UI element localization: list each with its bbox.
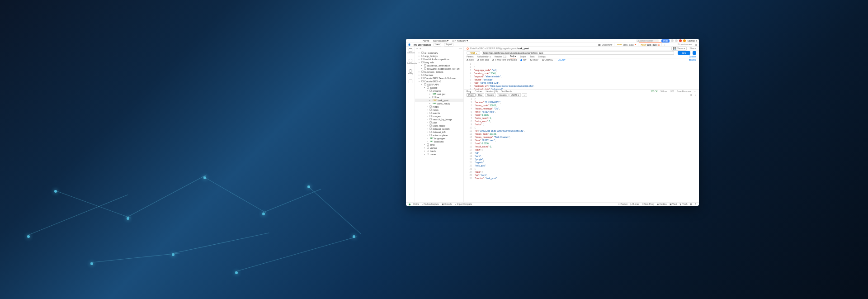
tree-folder[interactable]: ▸ dataset_search bbox=[415, 127, 463, 130]
tree-folder[interactable]: ▸ bing bbox=[415, 143, 463, 146]
breadcrumb-item[interactable]: DataForSEO v3 bbox=[470, 47, 488, 50]
overview-tab[interactable]: ▦ Overview bbox=[596, 43, 614, 47]
settings-icon[interactable] bbox=[671, 39, 674, 42]
find-replace-button[interactable]: ⌕ Find and replace bbox=[422, 203, 439, 205]
tree-folder[interactable]: ▸ images bbox=[415, 114, 463, 118]
save-response-button[interactable]: Save Response bbox=[677, 90, 691, 93]
rail-collections[interactable]: Collections bbox=[407, 48, 414, 54]
resp-tab-headers[interactable]: Headers (16) bbox=[486, 90, 498, 93]
tree-folder[interactable]: ▸ ai_summary bbox=[415, 51, 463, 54]
vault-button[interactable]: ▣ Vault bbox=[670, 203, 677, 205]
tree-folder[interactable]: ▸ dataset_info bbox=[415, 130, 463, 133]
postbot-button[interactable]: ✦ Postbot bbox=[618, 203, 627, 205]
tree-folder[interactable]: ▸ business_listings bbox=[415, 70, 463, 73]
tree-folder[interactable]: ▾ google bbox=[415, 86, 463, 89]
rail-more[interactable] bbox=[407, 80, 414, 84]
search-input[interactable]: ⌕ Search Postman bbox=[636, 39, 659, 42]
layout-icon[interactable]: ▦ bbox=[690, 203, 692, 205]
tab-options[interactable]: ⋯ bbox=[668, 43, 673, 47]
console-button[interactable]: ▣ Console bbox=[442, 203, 452, 205]
workspace-name[interactable]: My Workspace bbox=[414, 43, 431, 46]
tree-request[interactable]: ▸POST task_post bbox=[415, 99, 463, 102]
view-visualize[interactable]: Visualize bbox=[497, 93, 509, 97]
tree-folder[interactable]: ▸ maps bbox=[415, 105, 463, 108]
new-tab-button[interactable]: + bbox=[663, 43, 667, 47]
cookies-button[interactable]: ◉ Cookies bbox=[657, 203, 667, 205]
radio-graphql[interactable]: GraphQL bbox=[542, 59, 553, 61]
breadcrumb-item[interactable]: SERP API bbox=[488, 47, 500, 50]
more-icon[interactable]: ⋯ bbox=[459, 47, 462, 50]
avatar[interactable] bbox=[679, 39, 682, 42]
share-button[interactable]: Share bbox=[689, 47, 696, 50]
send-options-button[interactable] bbox=[693, 51, 696, 55]
new-button[interactable]: New bbox=[434, 43, 441, 47]
radio-formdata[interactable]: form-data bbox=[477, 59, 489, 61]
tree-folder[interactable]: ▸ audience_estimation bbox=[415, 64, 463, 67]
env-quick-look-icon[interactable]: ◉ bbox=[695, 43, 697, 46]
tree-folder[interactable]: ▸ baidu bbox=[415, 149, 463, 152]
cookies-link[interactable]: Cookies bbox=[689, 56, 696, 58]
proxy-button[interactable]: ⟳ Start Proxy bbox=[642, 203, 655, 205]
breadcrumb-item[interactable]: google bbox=[500, 47, 508, 50]
view-pretty[interactable]: Pretty bbox=[467, 93, 476, 97]
request-tab[interactable]: POST task_post bbox=[615, 43, 638, 47]
view-preview[interactable]: Preview bbox=[485, 93, 496, 97]
nav-home[interactable]: Home bbox=[423, 39, 429, 42]
radio-none[interactable]: none bbox=[467, 59, 474, 61]
tree-folder[interactable]: ▸ backlinks&competitors bbox=[415, 57, 463, 61]
search-icon[interactable]: ⌕ bbox=[695, 94, 696, 96]
help-icon[interactable]: ? bbox=[695, 203, 696, 205]
wrap-icon[interactable]: ⤶ bbox=[522, 93, 527, 97]
send-button[interactable]: Send bbox=[678, 51, 690, 55]
rail-history[interactable]: History bbox=[407, 69, 414, 75]
tree-folder[interactable]: ▸ autocomplete bbox=[415, 133, 463, 137]
request-body-editor[interactable]: 1[2 {3 "language_code": "en",4 "location… bbox=[464, 62, 699, 90]
runner-button[interactable]: ▷ Runner bbox=[630, 203, 639, 205]
tab-scripts[interactable]: Scripts bbox=[520, 56, 526, 58]
tree-folder[interactable]: ▸ news bbox=[415, 108, 463, 111]
resp-tab-body[interactable]: Body bbox=[467, 90, 471, 93]
request-tab[interactable]: POST task_post bbox=[639, 43, 662, 47]
filter-icon[interactable]: ≡ bbox=[420, 47, 421, 50]
url-input[interactable]: https://api.dataforseo.com/v3/serp/googl… bbox=[482, 51, 674, 55]
tree-request[interactable]: ▸GET task get bbox=[415, 92, 463, 95]
nav-workspaces[interactable]: Workspaces ▾ bbox=[433, 39, 449, 42]
tree-request[interactable]: ▸GET languages bbox=[415, 137, 463, 140]
tree-folder[interactable]: ▸ yahoo bbox=[415, 146, 463, 149]
tree-folder[interactable]: ▾ DataforSEO v3 bbox=[415, 80, 463, 83]
copy-icon[interactable]: ⧉ bbox=[690, 94, 692, 97]
nav-api-network[interactable]: API Network ▾ bbox=[452, 39, 468, 42]
resp-tab-tests[interactable]: Test Results bbox=[501, 90, 513, 93]
tab-tests[interactable]: Tests bbox=[530, 56, 535, 58]
tab-headers[interactable]: Headers (11) bbox=[495, 56, 506, 58]
breadcrumb-item[interactable]: organic bbox=[509, 47, 517, 50]
tree-request[interactable]: ▸GET locations bbox=[415, 140, 463, 143]
tab-settings[interactable]: Settings bbox=[538, 56, 546, 58]
avatar[interactable] bbox=[683, 39, 686, 42]
radio-binary[interactable]: binary bbox=[530, 59, 538, 61]
forward-icon[interactable]: → bbox=[411, 39, 414, 42]
tree-request[interactable]: ▸GET tasks_ready bbox=[415, 102, 463, 105]
tree-folder[interactable]: ▾ bing ads bbox=[415, 61, 463, 64]
tree-folder[interactable]: ▸ Content bbox=[415, 73, 463, 76]
raw-type-select[interactable]: JSON ▾ bbox=[558, 59, 566, 61]
save-button[interactable]: 💾 Save ▾ bbox=[671, 47, 687, 51]
response-body-viewer[interactable]: 1{2 "version": "0.1.20240801",3 "status_… bbox=[464, 97, 699, 202]
tab-body[interactable]: Body ● bbox=[510, 55, 516, 58]
import-button[interactable]: Import bbox=[444, 43, 453, 47]
tree-folder[interactable]: ▸ DataforSEO Search Volume bbox=[415, 76, 463, 80]
tab-auth[interactable]: Authorization ● bbox=[477, 56, 491, 58]
environment-selector[interactable]: No environment bbox=[678, 43, 692, 46]
view-raw[interactable]: Raw bbox=[476, 93, 484, 97]
method-select[interactable]: POST ▾ bbox=[467, 51, 480, 55]
radio-raw[interactable]: raw bbox=[520, 59, 526, 61]
upgrade-button[interactable]: Upgrade ▾ bbox=[687, 40, 697, 42]
resp-tab-cookies[interactable]: Cookies bbox=[475, 90, 482, 93]
notifications-icon[interactable] bbox=[675, 39, 678, 42]
radio-urlencoded[interactable]: x-www-form-urlencoded bbox=[492, 59, 517, 61]
tree-folder[interactable]: ▸ local_finder bbox=[415, 124, 463, 127]
beautify-button[interactable]: Beautify bbox=[689, 59, 696, 61]
tree-folder[interactable]: ▸ search_by_image bbox=[415, 118, 463, 121]
rail-environments[interactable]: Environments bbox=[407, 59, 414, 65]
more-icon[interactable]: ⋯ bbox=[694, 90, 696, 93]
